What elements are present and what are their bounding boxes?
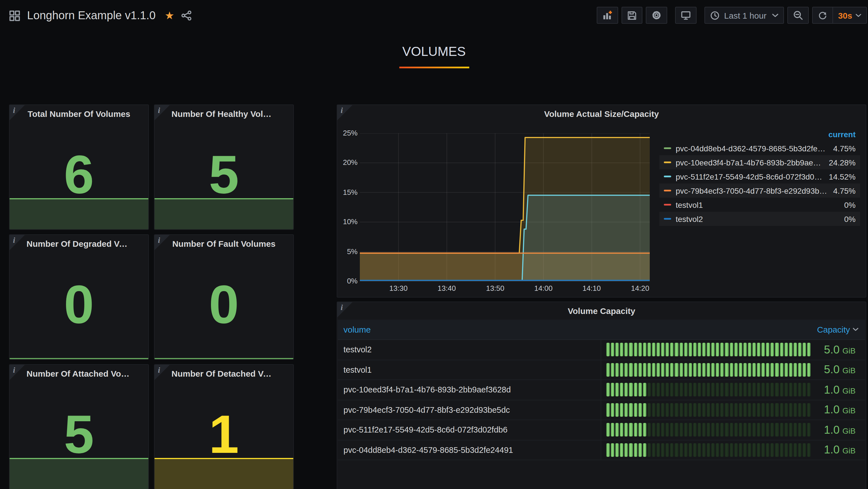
legend-column-current[interactable]: current bbox=[659, 130, 860, 141]
sort-chevron-icon bbox=[853, 327, 859, 332]
capacity-gauge bbox=[606, 403, 810, 417]
column-header-capacity[interactable]: Capacity bbox=[601, 325, 865, 334]
refresh-button[interactable] bbox=[813, 7, 833, 23]
row-underline bbox=[399, 67, 469, 68]
sparkline bbox=[155, 198, 293, 229]
table-header-row: volume Capacity bbox=[338, 320, 865, 340]
series-name[interactable]: pvc-79b4ecf3-7050-4d77-8bf3-e292d93be5dc bbox=[676, 186, 828, 195]
chart-legend: current pvc-04dd8eb4-d362-4579-8685-5b3d… bbox=[659, 130, 860, 226]
time-picker[interactable]: Last 1 hour bbox=[705, 7, 784, 24]
capacity-gauge bbox=[606, 363, 810, 377]
refresh-picker: 30s bbox=[812, 7, 867, 24]
panel-info-icon[interactable]: i bbox=[9, 105, 25, 120]
tv-mode-button[interactable] bbox=[675, 7, 696, 24]
panel-title[interactable]: Volume Actual Size/Capacity bbox=[354, 109, 849, 119]
time-series-chart[interactable] bbox=[360, 133, 650, 281]
x-axis-tick: 14:20 bbox=[622, 284, 658, 292]
capacity-gauge bbox=[606, 383, 810, 397]
refresh-interval-dropdown[interactable]: 30s bbox=[833, 7, 866, 23]
settings-gear-icon[interactable] bbox=[646, 7, 667, 24]
stat-value: 0 bbox=[209, 277, 239, 332]
series-color-dash bbox=[664, 147, 671, 149]
capacity-value: 1.0GiB bbox=[810, 383, 865, 396]
legend-item: pvc-511f2e17-5549-42d5-8c6d-072f3d02fdb6… bbox=[659, 169, 860, 183]
stat-value: 0 bbox=[64, 277, 94, 332]
panel-title[interactable]: Number Of Fault Volumes bbox=[172, 239, 276, 249]
table-row: pvc-511f2e17-5549-42d5-8c6d-072f3d02fdb6… bbox=[338, 420, 865, 440]
y-axis-tick: 0% bbox=[339, 277, 358, 285]
capacity-gauge bbox=[606, 443, 810, 457]
table-panel-volume-capacity: Volume Capacity volume Capacity testvol2… bbox=[337, 301, 866, 489]
row-title[interactable]: VOLUMES bbox=[402, 44, 466, 59]
series-name[interactable]: pvc-511f2e17-5549-42d5-8c6d-072f3d02fdb6 bbox=[676, 172, 823, 181]
refresh-icon bbox=[818, 10, 827, 20]
sparkline bbox=[9, 358, 148, 359]
panel-info-icon[interactable]: i bbox=[155, 105, 170, 120]
x-axis-tick: 13:40 bbox=[429, 284, 465, 292]
volume-name: testvol1 bbox=[338, 365, 601, 374]
save-dashboard-button[interactable] bbox=[622, 7, 642, 24]
y-axis-tick: 25% bbox=[339, 129, 358, 137]
y-axis-tick: 15% bbox=[339, 188, 358, 197]
series-name[interactable]: testvol1 bbox=[676, 200, 839, 209]
table-row: testvol1 5.0GiB bbox=[338, 360, 865, 380]
capacity-gauge bbox=[606, 343, 810, 356]
table-body: testvol2 5.0GiB testvol1 5.0GiB pvc-10ee… bbox=[338, 340, 865, 460]
sparkline bbox=[155, 458, 293, 489]
legend-item: testvol1 0% bbox=[659, 198, 860, 212]
stat-value: 1 bbox=[209, 407, 239, 461]
dashboard-title[interactable]: Longhorn Example v1.1.0 bbox=[27, 9, 156, 22]
panel-title[interactable]: Number Of Attached Volumes bbox=[27, 369, 131, 378]
row-header-volumes: VOLUMES bbox=[0, 44, 868, 68]
stat-value: 5 bbox=[64, 407, 94, 461]
share-icon[interactable] bbox=[181, 10, 192, 21]
toolbar: Last 1 hour 30s bbox=[593, 7, 867, 24]
stat-panel-attached-volumes: Number Of Attached Volumes 5 i bbox=[9, 364, 149, 489]
legend-item: pvc-10eed3f4-b7a1-4b76-893b-2bb9aef3628d… bbox=[659, 155, 860, 169]
star-icon[interactable]: ★ bbox=[165, 10, 174, 21]
table-row: pvc-79b4ecf3-7050-4d77-8bf3-e292d93be5dc… bbox=[338, 400, 865, 420]
zoom-out-button[interactable] bbox=[787, 7, 809, 24]
panel-title[interactable]: Number Of Degraded Volumes… bbox=[27, 239, 131, 249]
panel-title[interactable]: Total Number Of Volumes bbox=[27, 109, 131, 119]
series-name[interactable]: pvc-04dd8eb4-d362-4579-8685-5b3d2fe24491 bbox=[676, 144, 828, 153]
legend-item: testvol2 0% bbox=[659, 212, 860, 226]
column-header-label: Capacity bbox=[817, 325, 850, 334]
panel-info-icon[interactable]: i bbox=[337, 302, 352, 317]
series-current-value: 4.75% bbox=[833, 144, 856, 153]
table-row: pvc-04dd8eb4-d362-4579-8685-5b3d2fe24491… bbox=[338, 440, 865, 460]
series-color-dash bbox=[664, 190, 671, 192]
stat-panel-total-volumes: Total Number Of Volumes 6 i bbox=[9, 105, 149, 230]
stat-panels-grid: Total Number Of Volumes 6 i Number Of He… bbox=[9, 105, 294, 489]
y-axis-tick: 20% bbox=[339, 158, 358, 167]
series-name[interactable]: testvol2 bbox=[676, 214, 839, 223]
series-current-value: 14.52% bbox=[829, 172, 856, 181]
panel-info-icon[interactable]: i bbox=[155, 235, 170, 250]
column-header-volume[interactable]: volume bbox=[338, 325, 601, 334]
panel-title[interactable]: Number Of Healthy Volumes bbox=[172, 109, 276, 119]
legend-item: pvc-79b4ecf3-7050-4d77-8bf3-e292d93be5dc… bbox=[659, 183, 860, 198]
panel-info-icon[interactable]: i bbox=[9, 235, 25, 250]
panel-title[interactable]: Volume Capacity bbox=[354, 306, 849, 316]
clock-icon bbox=[710, 10, 720, 20]
y-axis-tick: 10% bbox=[339, 218, 358, 226]
y-axis-tick: 5% bbox=[339, 247, 358, 256]
panel-info-icon[interactable]: i bbox=[155, 365, 170, 380]
time-picker-button[interactable]: Last 1 hour bbox=[705, 7, 783, 23]
table-row: pvc-10eed3f4-b7a1-4b76-893b-2bb9aef3628d… bbox=[338, 380, 865, 400]
panel-info-icon[interactable]: i bbox=[9, 365, 25, 380]
capacity-value: 1.0GiB bbox=[810, 424, 865, 436]
capacity-gauge bbox=[606, 423, 810, 437]
apps-grid-icon[interactable] bbox=[9, 10, 20, 21]
volume-name: pvc-10eed3f4-b7a1-4b76-893b-2bb9aef3628d bbox=[338, 385, 601, 395]
series-name[interactable]: pvc-10eed3f4-b7a1-4b76-893b-2bb9aef3628d bbox=[676, 158, 823, 167]
time-range-label: Last 1 hour bbox=[724, 10, 767, 20]
panel-title[interactable]: Number Of Detached Volumes… bbox=[172, 369, 276, 378]
capacity-value: 5.0GiB bbox=[810, 363, 865, 376]
add-panel-button[interactable] bbox=[597, 7, 618, 24]
panel-info-icon[interactable]: i bbox=[337, 105, 352, 120]
table-row: testvol2 5.0GiB bbox=[338, 340, 865, 360]
stat-panel-degraded-volumes: Number Of Degraded Volumes… 0 i bbox=[9, 234, 149, 360]
top-nav: Longhorn Example v1.1.0 ★ Last 1 bbox=[0, 0, 868, 31]
stat-value: 5 bbox=[209, 147, 239, 202]
